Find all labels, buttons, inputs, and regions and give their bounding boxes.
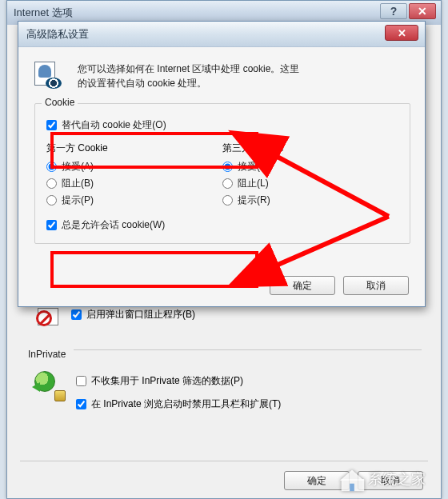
inprivate-icon [34, 371, 63, 400]
first-party-heading: 第一方 Cookie [46, 142, 222, 155]
always-allow-session-label: 总是允许会话 cookie(W) [62, 218, 165, 232]
advanced-privacy-dialog: 高级隐私设置 ✕ 您可以选择如何在 Internet 区域中处理 cookie。… [18, 21, 426, 307]
inner-body: 您可以选择如何在 Internet 区域中处理 cookie。这里 的设置替代自… [18, 47, 425, 306]
fp-block-radio[interactable] [46, 178, 57, 189]
tp-prompt-radio[interactable] [222, 195, 233, 206]
inprivate-group: InPrivate 不收集用于 InPrivate 筛选的数据(P) [26, 346, 422, 411]
radio-columns: 第一方 Cookie 接受(A) 阻止(B) 提示(P) 第三方 Cookie … [46, 142, 398, 210]
popup-blocker-row: 启用弹出窗口阻止程序(B) [26, 306, 422, 329]
svg-marker-3 [340, 470, 364, 481]
watermark-text: 系统之家 [368, 469, 426, 489]
override-cookie-row: 替代自动 cookie 处理(O) [46, 118, 398, 132]
inprivate-collect-label: 不收集用于 InPrivate 筛选的数据(P) [91, 374, 243, 388]
inner-title-text: 高级隐私设置 [26, 27, 89, 42]
tp-accept-radio[interactable] [222, 162, 233, 172]
fp-accept-label: 接受(A) [62, 160, 94, 174]
info-row: 您可以选择如何在 Internet 区域中处理 cookie。这里 的设置替代自… [34, 62, 410, 92]
first-party-column: 第一方 Cookie 接受(A) 阻止(B) 提示(P) [46, 142, 222, 210]
inprivate-disable-checkbox[interactable] [76, 399, 86, 409]
inner-title-bar: 高级隐私设置 ✕ [18, 22, 425, 47]
popup-blocker-checkbox[interactable] [71, 309, 82, 320]
info-text-line1: 您可以选择如何在 Internet 区域中处理 cookie。这里 [78, 62, 299, 76]
inner-close-button[interactable]: ✕ [385, 25, 418, 41]
inner-cancel-button[interactable]: 取消 [343, 276, 409, 295]
fp-prompt-radio[interactable] [46, 195, 57, 206]
help-button[interactable]: ? [380, 3, 407, 19]
svg-rect-4 [350, 484, 354, 492]
inner-dialog-buttons: 确定 取消 [270, 276, 409, 295]
fp-prompt-label: 提示(P) [62, 194, 94, 207]
info-text: 您可以选择如何在 Internet 区域中处理 cookie。这里 的设置替代自… [78, 62, 299, 92]
always-allow-session-row: 总是允许会话 cookie(W) [46, 218, 398, 232]
info-text-line2: 的设置替代自动 cookie 处理。 [78, 76, 299, 90]
inprivate-disable-label: 在 InPrivate 浏览启动时禁用工具栏和扩展(T) [91, 397, 281, 411]
internet-options-body-visible: 启用弹出窗口阻止程序(B) InPrivate 不收集用于 InPrivate … [7, 306, 441, 411]
always-allow-session-checkbox[interactable] [46, 220, 57, 230]
tp-accept-label: 接受(C) [238, 160, 270, 174]
fp-accept-radio[interactable] [46, 162, 57, 172]
close-button[interactable]: ✕ [409, 3, 436, 19]
tp-block-radio[interactable] [222, 178, 233, 189]
popup-blocker-icon [36, 306, 60, 329]
watermark-icon [336, 463, 368, 495]
tp-block-label: 阻止(L) [238, 177, 269, 190]
cookie-group: Cookie 替代自动 cookie 处理(O) 第一方 Cookie 接受(A… [34, 103, 410, 244]
watermark: 系统之家 [336, 461, 448, 497]
third-party-column: 第三方 Cookie 接受(C) 阻止(L) 提示(R) [222, 142, 398, 210]
tp-prompt-label: 提示(R) [238, 194, 270, 207]
inprivate-collect-checkbox[interactable] [76, 376, 86, 386]
inprivate-heading: InPrivate [26, 349, 66, 360]
fp-block-label: 阻止(B) [62, 177, 94, 190]
window-controls: ? ✕ [380, 3, 436, 19]
inner-ok-button[interactable]: 确定 [270, 276, 335, 295]
override-cookie-checkbox[interactable] [46, 120, 57, 130]
outer-title-text: Internet 选项 [14, 6, 73, 20]
popup-blocker-label: 启用弹出窗口阻止程序(B) [86, 308, 195, 321]
privacy-info-icon [34, 62, 66, 92]
third-party-heading: 第三方 Cookie [222, 142, 398, 155]
override-cookie-label: 替代自动 cookie 处理(O) [62, 118, 166, 132]
cookie-group-title: Cookie [42, 97, 78, 108]
